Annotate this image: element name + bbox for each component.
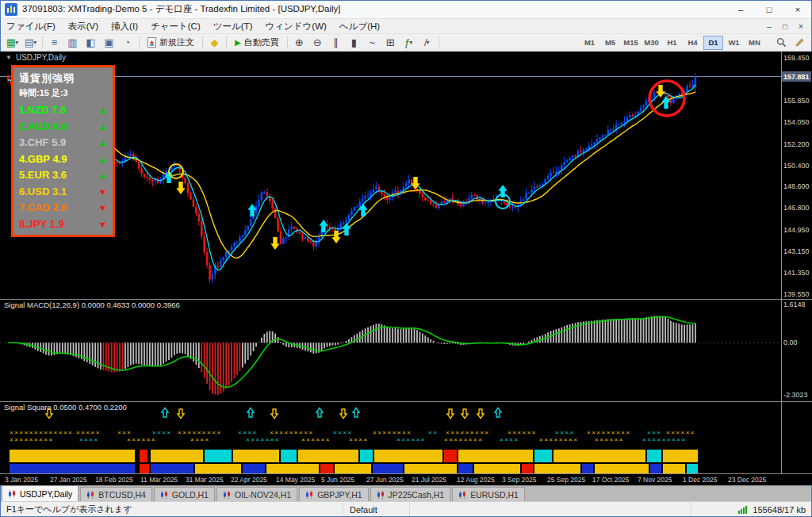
tile-windows-button[interactable]: ⊞ <box>381 34 400 51</box>
title-bar[interactable]: 37091803: XMTrading-Demo 5 - デモ口座 - Trad… <box>0 0 812 19</box>
profiles-dropdown-icon[interactable]: ▾ <box>33 39 36 46</box>
svg-text:×××××××××: ××××××××× <box>446 429 490 436</box>
menu-view[interactable]: 表示(V) <box>62 19 105 34</box>
zoom-out-button[interactable]: ⊖ <box>308 34 327 51</box>
new-order-button[interactable]: 新規注文 <box>142 34 200 51</box>
chart-symbol-label: ▼ USDJPY,Daily <box>6 53 66 62</box>
chart-tab-eurusd-h1[interactable]: EURUSD,H1 <box>452 487 525 501</box>
strategy-tester-button[interactable]: ◔ <box>118 34 136 51</box>
profiles-button[interactable]: ▤▾ <box>21 34 40 51</box>
new-chart-dropdown-icon[interactable]: ▾ <box>15 39 18 46</box>
data-window-icon: ▥ <box>67 37 77 48</box>
svg-text:18 Feb 2025: 18 Feb 2025 <box>95 476 133 484</box>
timeframe-m30-button[interactable]: M30 <box>642 36 661 50</box>
toolbox-button[interactable]: ▣ <box>100 34 118 51</box>
chart-tab-jp225cash-h1[interactable]: JP225Cash,H1 <box>370 487 451 501</box>
chart-tab-label: BTCUSD,H4 <box>98 490 146 500</box>
app-icon <box>5 3 17 16</box>
chart-tab-btcusd-h4[interactable]: BTCUSD,H4 <box>80 487 152 501</box>
minimize-button[interactable]: – <box>726 0 755 19</box>
chart-tab-gbpjpy-h1[interactable]: GBPJPY,H1 <box>299 487 368 501</box>
mdi-minimize-button[interactable]: – <box>761 22 777 31</box>
svg-text:21 Jul 2025: 21 Jul 2025 <box>412 476 446 484</box>
svg-text:139.550: 139.550 <box>783 290 810 298</box>
chart-tab-label: GBPJPY,H1 <box>317 490 362 500</box>
menu-help[interactable]: ヘルプ(H) <box>333 19 386 34</box>
strength-rows: 1.NZD 7.6▲2.AUD 6.6▲3.CHF 5.9▲4.GBP 4.9▲… <box>19 102 107 232</box>
chart-tab-bar: USDJPY,DailyBTCUSD,H4GOLD,H1OIL-NOV24,H1… <box>0 485 812 501</box>
indicators-button[interactable]: ƒ▾ <box>400 34 418 51</box>
zoom-in-button[interactable]: ⊕ <box>290 34 308 51</box>
chart-tab-icon <box>377 491 385 499</box>
status-profile-selector[interactable]: Default <box>343 502 410 517</box>
navigator-button[interactable]: ◧ <box>82 34 100 51</box>
timeframe-m15-button[interactable]: M15 <box>621 36 641 50</box>
strength-row-label: 3.CHF 5.9 <box>19 135 66 151</box>
chart-tab-icon <box>223 491 232 499</box>
symbol-period-label: USDJPY,Daily <box>16 53 66 62</box>
chart-area: 1.61480.00-2.3023×××××××××××××××××××××××… <box>0 52 812 485</box>
svg-text:3 Sep 2025: 3 Sep 2025 <box>502 476 537 484</box>
timeframe-w1-button[interactable]: W1 <box>724 36 744 50</box>
menu-tools[interactable]: ツール(T) <box>207 19 259 34</box>
metaeditor-button[interactable]: ◆ <box>205 34 224 51</box>
timeframe-m5-button[interactable]: M5 <box>600 36 620 50</box>
symbol-search-button[interactable] <box>772 34 791 51</box>
mdi-restore-button[interactable]: □ <box>777 22 793 31</box>
new-chart-button[interactable]: ▦▾ <box>3 34 21 51</box>
quick-edit-button[interactable] <box>791 34 809 51</box>
data-window-button[interactable]: ▥ <box>63 34 82 51</box>
metaeditor-icon: ◆ <box>211 37 219 48</box>
chart-tab-gold-h1[interactable]: GOLD,H1 <box>154 487 215 501</box>
toolbar: ▦▾▤▾≡▥◧▣◔新規注文◆▶自動売買⊕⊖∥▮~⊞ƒ▾/▾M1M5M15M30H… <box>0 34 812 52</box>
mdi-window-controls: –□× <box>761 22 812 31</box>
svg-text:××××××: ×××××× <box>508 429 537 436</box>
svg-text:-2.3023: -2.3023 <box>783 391 808 399</box>
one-click-collapse-icon[interactable]: ▼ <box>6 54 12 61</box>
indicators-dropdown-icon[interactable]: ▾ <box>409 39 412 46</box>
svg-text:××××××: ×××××× <box>595 436 624 443</box>
current-price-tag: 157.881 <box>782 71 811 82</box>
timeframe-m1-button[interactable]: M1 <box>580 36 599 50</box>
objects-dropdown-icon[interactable]: ▾ <box>427 39 430 46</box>
close-button[interactable]: × <box>783 0 812 19</box>
chart-tab-oil-nov24-h1[interactable]: OIL-NOV24,H1 <box>216 487 297 501</box>
toolbar-separator <box>42 36 43 48</box>
chart-tab-usdjpy-daily[interactable]: USDJPY,Daily <box>2 485 79 501</box>
timeframe-d1-button[interactable]: D1 <box>703 36 723 50</box>
down-arrow-icon: ▼ <box>98 216 107 233</box>
toolbar-separator <box>139 36 140 48</box>
svg-text:3 Jan 2025: 3 Jan 2025 <box>5 476 38 484</box>
timeframe-mn-button[interactable]: MN <box>745 36 764 50</box>
mdi-close-button[interactable]: × <box>793 22 809 31</box>
svg-text:1.6148: 1.6148 <box>783 301 806 308</box>
svg-text:144.950: 144.950 <box>783 226 810 234</box>
maximize-button[interactable]: □ <box>755 0 783 19</box>
menu-window[interactable]: ウィンドウ(W) <box>259 19 332 34</box>
chart-canvas[interactable]: 1.61480.00-2.3023×××××××××××××××××××××××… <box>0 52 812 485</box>
strength-row-label: 8.JPY 1.9 <box>19 216 64 233</box>
toolbar-separator <box>202 36 203 48</box>
menu-file[interactable]: ファイル(F) <box>0 19 62 34</box>
bar-chart-mode-icon: ∥ <box>333 37 339 48</box>
menu-chart[interactable]: チャート(C) <box>144 19 207 34</box>
bar-chart-mode-button[interactable]: ∥ <box>327 34 345 51</box>
svg-text:27 Jan 2025: 27 Jan 2025 <box>50 476 87 484</box>
status-bar: F1キーでヘルプが表示されます Default 155648/17 kb <box>0 501 812 517</box>
chart-tab-icon <box>86 491 95 499</box>
objects-button[interactable]: /▾ <box>418 34 436 51</box>
svg-text:0.00: 0.00 <box>783 339 798 347</box>
svg-text:11 Mar 2025: 11 Mar 2025 <box>140 476 178 484</box>
svg-text:××××: ×××× <box>152 429 172 436</box>
market-watch-button[interactable]: ≡ <box>45 34 63 51</box>
timeframe-h4-button[interactable]: H4 <box>683 36 703 50</box>
line-chart-mode-button[interactable]: ~ <box>363 34 381 51</box>
new-order-label: 新規注文 <box>159 36 194 48</box>
toolbox-icon: ▣ <box>104 37 113 48</box>
menu-insert[interactable]: 挿入(I) <box>105 19 144 34</box>
timeframe-h1-button[interactable]: H1 <box>662 36 682 50</box>
svg-text:××××: ×××× <box>79 436 99 443</box>
autotrade-button[interactable]: ▶自動売買 <box>229 34 285 51</box>
search-icon <box>776 37 787 48</box>
candlestick-mode-button[interactable]: ▮ <box>345 34 363 51</box>
